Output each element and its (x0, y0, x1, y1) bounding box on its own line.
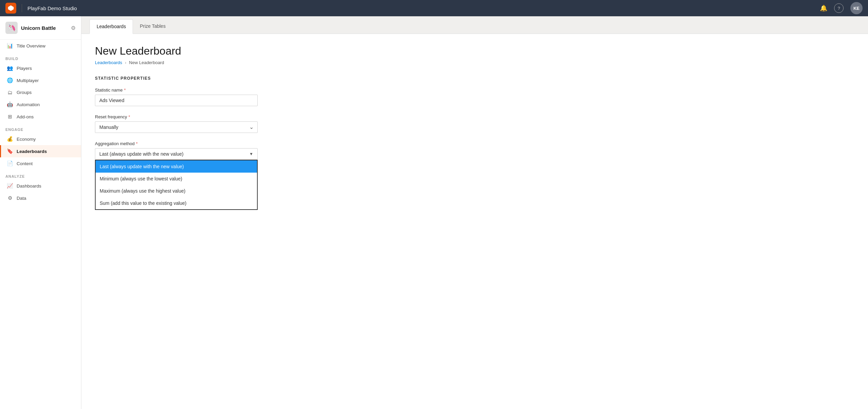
aggregation-selected-value: Last (always update with the new value) (99, 151, 183, 157)
reset-frequency-select[interactable]: Manually Daily Weekly Monthly (95, 121, 258, 133)
playfab-logo (5, 3, 16, 14)
dropdown-option-minimum[interactable]: Minimum (always use the lowest value) (96, 173, 257, 185)
required-star: * (124, 87, 126, 93)
economy-icon: 💰 (6, 136, 13, 142)
dashboards-icon: 📈 (6, 183, 13, 189)
tab-prize-tables[interactable]: Prize Tables (133, 19, 172, 34)
reset-frequency-select-wrapper: Manually Daily Weekly Monthly (95, 121, 258, 133)
sidebar-item-label: Data (17, 196, 26, 201)
aggregation-method-label: Aggregation method * (95, 141, 854, 146)
main: Leaderboards Prize Tables New Leaderboar… (81, 16, 868, 409)
build-section-label: BUILD (0, 52, 81, 62)
sidebar-item-groups[interactable]: 🗂 Groups (0, 86, 81, 98)
avatar[interactable]: KE (850, 2, 863, 14)
sidebar-item-leaderboards[interactable]: 🔖 Leaderboards (0, 145, 81, 157)
sidebar-item-label: Add-ons (17, 114, 34, 119)
groups-icon: 🗂 (6, 90, 13, 95)
svg-marker-0 (8, 5, 14, 11)
notification-bell-icon[interactable]: 🔔 (820, 4, 827, 12)
sidebar-item-data[interactable]: ⚙ Data (0, 192, 81, 204)
analyze-section-label: ANALYZE (0, 170, 81, 180)
breadcrumb-leaderboards-link[interactable]: Leaderboards (95, 60, 122, 65)
required-star-2: * (129, 114, 130, 119)
breadcrumb-separator: › (125, 60, 126, 65)
automation-icon: 🤖 (6, 101, 13, 108)
sidebar-item-label: Leaderboards (17, 149, 47, 154)
required-star-3: * (136, 141, 138, 146)
statistic-name-label: Statistic name * (95, 87, 854, 93)
game-icon: 🦄 (5, 22, 18, 34)
aggregation-method-group: Aggregation method * Last (always update… (95, 141, 854, 160)
breadcrumb: Leaderboards › New Leaderboard (95, 60, 854, 65)
chart-icon: 📊 (6, 43, 13, 49)
dropdown-option-sum[interactable]: Sum (add this value to the existing valu… (96, 197, 257, 209)
sidebar-item-label: Groups (17, 90, 32, 95)
sidebar-item-title-overview[interactable]: 📊 Title Overview (0, 40, 81, 52)
data-icon: ⚙ (6, 195, 13, 201)
sidebar-item-content[interactable]: 📄 Content (0, 157, 81, 170)
reset-frequency-label: Reset frequency * (95, 114, 854, 119)
sidebar-item-automation[interactable]: 🤖 Automation (0, 98, 81, 111)
leaderboards-icon: 🔖 (6, 148, 13, 154)
aggregation-method-trigger[interactable]: Last (always update with the new value) … (95, 148, 258, 160)
topbar: PlayFab Demo Studio 🔔 ? KE (0, 0, 868, 16)
sidebar-item-dashboards[interactable]: 📈 Dashboards (0, 180, 81, 192)
sidebar-item-label: Players (17, 66, 32, 71)
sidebar-header: 🦄 Unicorn Battle ⚙ (0, 16, 81, 40)
aggregation-method-dropdown[interactable]: Last (always update with the new value) … (95, 148, 258, 160)
sidebar-item-addons[interactable]: ⊞ Add-ons (0, 111, 81, 123)
sidebar-item-label: Dashboards (17, 183, 41, 189)
breadcrumb-current: New Leaderboard (129, 60, 164, 65)
reset-frequency-group: Reset frequency * Manually Daily Weekly … (95, 114, 854, 133)
sidebar-item-label: Content (17, 161, 33, 166)
dropdown-chevron-icon: ▼ (249, 152, 253, 156)
tab-leaderboards[interactable]: Leaderboards (90, 19, 133, 34)
page-title: New Leaderboard (95, 45, 854, 57)
engage-section-label: ENGAGE (0, 123, 81, 133)
topbar-divider (22, 4, 22, 12)
sidebar-item-multiplayer[interactable]: 🌐 Multiplayer (0, 74, 81, 86)
section-title: STATISTIC PROPERTIES (95, 76, 854, 81)
multiplayer-icon: 🌐 (6, 77, 13, 83)
statistic-name-group: Statistic name * (95, 87, 854, 106)
topbar-icons: 🔔 ? KE (820, 2, 863, 14)
addons-icon: ⊞ (6, 114, 13, 120)
sidebar-item-label: Multiplayer (17, 78, 39, 83)
sidebar-item-label: Title Overview (17, 43, 45, 48)
tabs-bar: Leaderboards Prize Tables (81, 16, 868, 34)
sidebar-game-title: Unicorn Battle (21, 25, 67, 31)
dropdown-option-maximum[interactable]: Maximum (always use the highest value) (96, 185, 257, 197)
settings-gear-icon[interactable]: ⚙ (71, 25, 76, 31)
sidebar: 🦄 Unicorn Battle ⚙ 📊 Title Overview BUIL… (0, 16, 81, 409)
sidebar-item-label: Automation (17, 102, 40, 107)
dropdown-option-last[interactable]: Last (always update with the new value) (96, 160, 257, 173)
content-icon: 📄 (6, 160, 13, 167)
topbar-title: PlayFab Demo Studio (27, 5, 816, 11)
aggregation-method-dropdown-list: Last (always update with the new value) … (95, 160, 258, 210)
sidebar-item-economy[interactable]: 💰 Economy (0, 133, 81, 145)
layout: 🦄 Unicorn Battle ⚙ 📊 Title Overview BUIL… (0, 16, 868, 409)
players-icon: 👥 (6, 65, 13, 71)
help-icon[interactable]: ? (834, 3, 844, 13)
sidebar-item-players[interactable]: 👥 Players (0, 62, 81, 74)
content-area: New Leaderboard Leaderboards › New Leade… (81, 34, 868, 409)
sidebar-item-label: Economy (17, 137, 36, 142)
statistic-name-input[interactable] (95, 95, 258, 106)
